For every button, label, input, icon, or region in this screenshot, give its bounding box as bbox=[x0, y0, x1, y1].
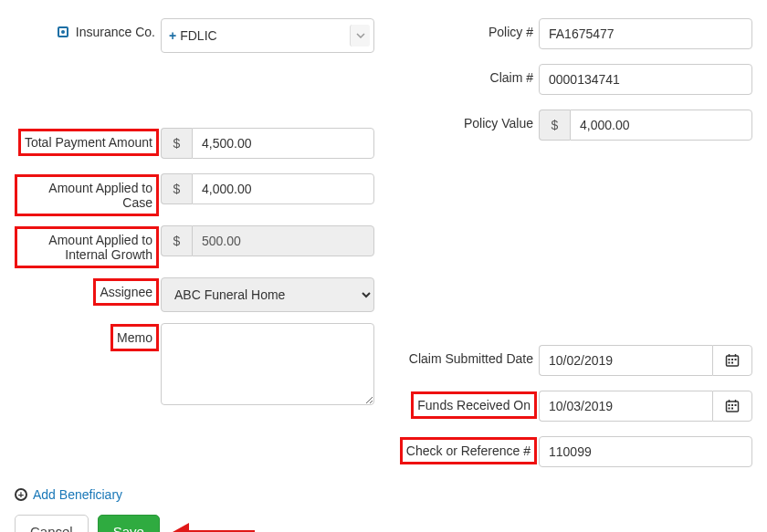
label-amount-growth: Amount Applied to Internal Growth bbox=[15, 226, 159, 268]
svg-rect-3 bbox=[735, 359, 737, 360]
row-check-ref: Check or Reference # bbox=[393, 436, 752, 473]
label-memo: Memo bbox=[110, 324, 159, 351]
svg-rect-10 bbox=[731, 404, 733, 406]
policy-no-input[interactable] bbox=[539, 18, 752, 49]
cancel-button[interactable]: Cancel bbox=[15, 515, 89, 532]
svg-rect-9 bbox=[729, 404, 730, 406]
insurance-co-select[interactable]: +FDLIC bbox=[161, 18, 374, 53]
card-icon bbox=[58, 26, 68, 37]
total-payment-input[interactable] bbox=[192, 128, 374, 159]
row-policy-value: Policy Value $ bbox=[393, 110, 752, 146]
claim-no-input[interactable] bbox=[539, 64, 752, 95]
add-beneficiary-link[interactable]: + Add Beneficiary bbox=[15, 487, 122, 502]
row-amount-growth: Amount Applied to Internal Growth $ bbox=[15, 225, 374, 268]
svg-rect-2 bbox=[731, 359, 733, 360]
svg-rect-4 bbox=[729, 362, 730, 364]
memo-textarea[interactable] bbox=[161, 323, 374, 405]
policy-value-input[interactable] bbox=[570, 110, 752, 141]
insurance-co-value-text: FDLIC bbox=[180, 28, 216, 43]
chevron-down-icon[interactable] bbox=[350, 25, 370, 47]
left-column: Insurance Co. +FDLIC Total Payment Amoun… bbox=[15, 18, 384, 482]
row-claim-no: Claim # bbox=[393, 64, 752, 100]
label-claim-no: Claim # bbox=[393, 64, 539, 87]
currency-addon: $ bbox=[161, 128, 192, 159]
row-memo: Memo bbox=[15, 323, 374, 405]
label-policy-value: Policy Value bbox=[393, 110, 539, 132]
add-beneficiary-label: Add Beneficiary bbox=[33, 487, 122, 502]
plus-circle-icon: + bbox=[15, 488, 27, 501]
plus-icon: + bbox=[169, 28, 176, 43]
amount-case-input[interactable] bbox=[192, 173, 374, 204]
currency-addon: $ bbox=[161, 173, 192, 204]
row-insurance-co: Insurance Co. +FDLIC bbox=[15, 18, 374, 55]
label-check-ref: Check or Reference # bbox=[400, 437, 537, 464]
label-policy-no: Policy # bbox=[393, 18, 539, 41]
svg-rect-12 bbox=[729, 408, 730, 410]
annotation-arrow-icon bbox=[173, 525, 255, 533]
row-amount-case: Amount Applied to Case $ bbox=[15, 173, 374, 216]
amount-growth-input bbox=[192, 225, 374, 256]
label-funds-received: Funds Received On bbox=[411, 391, 537, 419]
row-claim-submitted: Claim Submitted Date bbox=[393, 345, 752, 381]
label-insurance-co-text: Insurance Co. bbox=[76, 25, 155, 39]
svg-rect-1 bbox=[729, 359, 730, 360]
svg-rect-0 bbox=[727, 356, 739, 366]
label-assignee: Assignee bbox=[93, 278, 159, 306]
calendar-icon[interactable] bbox=[712, 345, 752, 376]
row-funds-received: Funds Received On bbox=[393, 391, 752, 427]
currency-addon: $ bbox=[539, 110, 570, 141]
currency-addon: $ bbox=[161, 225, 192, 256]
funds-received-input[interactable] bbox=[539, 391, 712, 422]
svg-rect-13 bbox=[731, 408, 733, 410]
label-amount-case: Amount Applied to Case bbox=[15, 174, 159, 216]
save-button[interactable]: Save bbox=[98, 515, 160, 532]
svg-rect-8 bbox=[727, 402, 739, 412]
button-row: Cancel Save bbox=[15, 515, 752, 532]
claim-submitted-input[interactable] bbox=[539, 345, 712, 376]
label-insurance-co: Insurance Co. bbox=[15, 18, 161, 41]
row-total-payment: Total Payment Amount $ bbox=[15, 128, 374, 164]
label-claim-submitted: Claim Submitted Date bbox=[393, 345, 539, 368]
row-assignee: Assignee ABC Funeral Home bbox=[15, 277, 374, 314]
form-area: Insurance Co. +FDLIC Total Payment Amoun… bbox=[15, 18, 752, 482]
svg-rect-11 bbox=[735, 404, 737, 406]
row-policy-no: Policy # bbox=[393, 18, 752, 55]
right-column: Policy # Claim # Policy Value $ Claim Su… bbox=[384, 18, 752, 482]
svg-rect-5 bbox=[731, 362, 733, 364]
assignee-select[interactable]: ABC Funeral Home bbox=[161, 277, 374, 312]
check-ref-input[interactable] bbox=[539, 436, 752, 467]
insurance-co-value: +FDLIC bbox=[169, 28, 217, 43]
label-total-payment: Total Payment Amount bbox=[18, 129, 159, 156]
calendar-icon[interactable] bbox=[712, 391, 752, 422]
